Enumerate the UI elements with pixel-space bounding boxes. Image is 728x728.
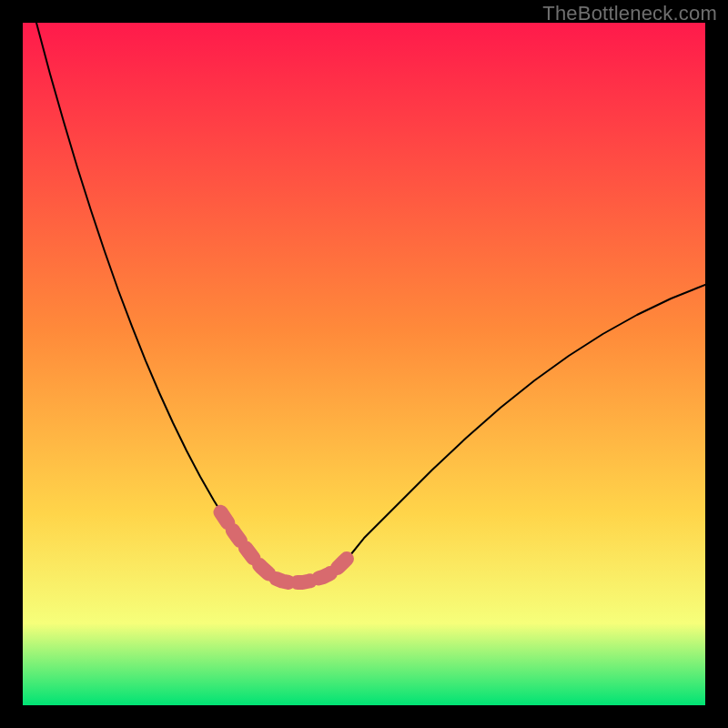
gradient-background xyxy=(23,23,705,705)
watermark-text: TheBottleneck.com xyxy=(542,2,717,25)
bottleneck-chart xyxy=(23,23,705,705)
chart-frame: TheBottleneck.com xyxy=(0,0,728,728)
